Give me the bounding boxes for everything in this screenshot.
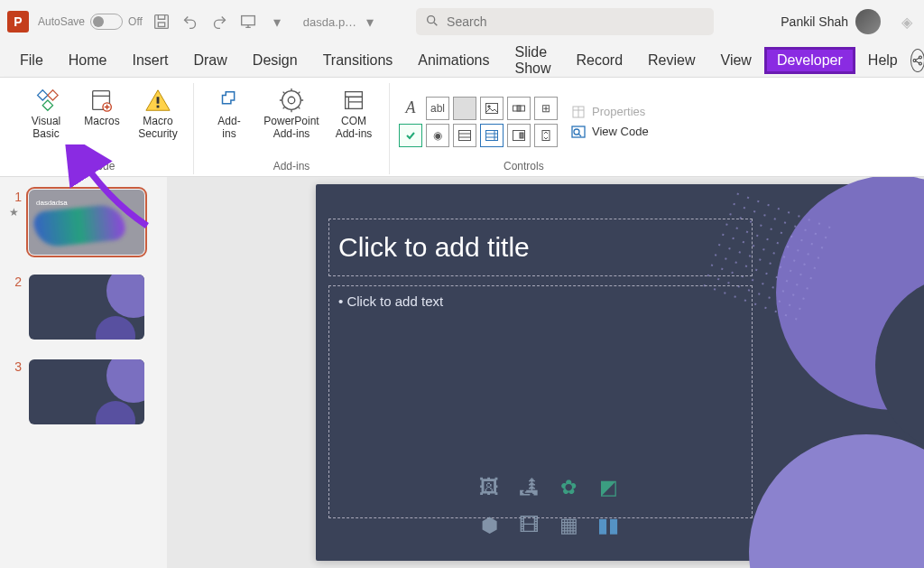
group-label-code: Code bbox=[89, 160, 116, 174]
slide-thumbnail-3[interactable] bbox=[29, 359, 144, 424]
insert-icon-icon[interactable]: ✿ bbox=[553, 476, 584, 507]
tab-view[interactable]: View bbox=[708, 47, 764, 74]
control-checkbox-icon[interactable]: ⊞ bbox=[534, 97, 558, 120]
redo-icon[interactable] bbox=[209, 12, 229, 32]
control-listbox-icon[interactable] bbox=[480, 124, 504, 147]
svg-rect-14 bbox=[486, 103, 498, 113]
workspace: 1 ★ dasdadsa 2 3 bbox=[0, 177, 924, 568]
macros-icon bbox=[88, 85, 116, 116]
slide-canvas-area[interactable]: Click to add title Click to add text 🖼︎ … bbox=[167, 177, 924, 568]
insert-video-icon[interactable]: 🎞︎ bbox=[513, 514, 544, 545]
title-placeholder[interactable]: Click to add title bbox=[328, 219, 753, 276]
macro-security-button[interactable]: Macro Security bbox=[132, 83, 184, 143]
tab-help[interactable]: Help bbox=[855, 47, 910, 74]
body-placeholder[interactable]: Click to add text 🖼︎ 🏞︎ ✿ ◩ ⬢ 🎞︎ ▦ ▮▮ bbox=[328, 285, 753, 518]
visual-basic-icon bbox=[32, 85, 60, 116]
powerpoint-app-icon: P bbox=[7, 11, 29, 33]
control-commandbutton-icon[interactable] bbox=[453, 97, 476, 120]
user-avatar bbox=[855, 9, 881, 34]
tab-design[interactable]: Design bbox=[240, 47, 310, 74]
control-combobox-icon[interactable] bbox=[453, 124, 476, 147]
powerpoint-addins-icon bbox=[278, 85, 305, 116]
properties-button[interactable]: Properties bbox=[570, 104, 649, 120]
group-label-addins: Add-ins bbox=[273, 160, 310, 174]
tab-insert[interactable]: Insert bbox=[119, 47, 180, 74]
document-name[interactable]: dasda.p… bbox=[303, 15, 356, 29]
view-code-button[interactable]: View Code bbox=[570, 124, 649, 140]
ribbon-developer: Visual Basic Macros Macro Security Code bbox=[0, 78, 924, 177]
com-addins-button[interactable]: COM Add-ins bbox=[328, 83, 380, 143]
tab-home[interactable]: Home bbox=[56, 47, 120, 74]
insert-smartart-icon[interactable]: ◩ bbox=[593, 476, 624, 507]
tab-transitions[interactable]: Transitions bbox=[310, 47, 406, 74]
control-textbox-icon[interactable]: abl bbox=[426, 97, 449, 120]
svg-point-15 bbox=[488, 105, 490, 107]
tab-review[interactable]: Review bbox=[635, 47, 707, 74]
macro-security-label: Macro Security bbox=[138, 116, 177, 141]
autosave-toggle[interactable] bbox=[90, 14, 123, 30]
share-button[interactable] bbox=[910, 49, 924, 72]
control-optionbutton-icon[interactable]: ◉ bbox=[426, 124, 449, 147]
control-image-icon[interactable] bbox=[480, 97, 504, 120]
insert-chart-icon[interactable]: ▮▮ bbox=[593, 514, 624, 545]
control-checkbox2-icon[interactable] bbox=[399, 124, 422, 147]
user-account[interactable]: Pankil Shah bbox=[781, 9, 881, 34]
svg-rect-17 bbox=[517, 106, 521, 111]
thumbnail-panel[interactable]: 1 ★ dasdadsa 2 3 bbox=[0, 177, 167, 568]
save-icon[interactable] bbox=[152, 12, 171, 32]
control-label-icon[interactable]: A bbox=[399, 97, 422, 120]
ribbon-group-controls: A abl ⊞ ◉ Properties bbox=[390, 83, 658, 174]
addins-icon bbox=[216, 85, 243, 116]
autosave-label: AutoSave bbox=[38, 15, 85, 28]
thumbnail-number: 1 bbox=[9, 190, 22, 204]
group-label-controls: Controls bbox=[504, 160, 544, 174]
com-addins-icon bbox=[340, 85, 367, 116]
tab-draw[interactable]: Draw bbox=[180, 47, 239, 74]
addins-button[interactable]: Add- ins bbox=[203, 83, 255, 143]
properties-icon bbox=[570, 104, 587, 120]
tab-animations[interactable]: Animations bbox=[405, 47, 502, 74]
svg-rect-2 bbox=[242, 16, 255, 25]
insert-3dmodel-icon[interactable]: ⬢ bbox=[474, 514, 504, 545]
svg-point-12 bbox=[288, 97, 295, 104]
svg-rect-19 bbox=[486, 130, 498, 140]
ribbon-group-code: Visual Basic Macros Macro Security Code bbox=[11, 83, 194, 174]
transition-indicator-icon: ★ bbox=[9, 206, 22, 219]
macros-button[interactable]: Macros bbox=[76, 83, 128, 130]
tab-developer[interactable]: Developer bbox=[764, 47, 855, 74]
premium-icon[interactable]: ◈ bbox=[897, 12, 917, 32]
slide-thumbnail-2[interactable] bbox=[29, 275, 144, 340]
control-scrollbar-icon[interactable] bbox=[507, 97, 531, 120]
powerpoint-addins-button[interactable]: PowerPoint Add-ins bbox=[259, 83, 324, 143]
present-from-beginning-icon[interactable] bbox=[238, 12, 258, 32]
visual-basic-button[interactable]: Visual Basic bbox=[20, 83, 72, 143]
search-icon bbox=[425, 14, 439, 31]
body-placeholder-text: Click to add text bbox=[338, 293, 743, 309]
insert-table-icon[interactable]: ▦ bbox=[553, 514, 584, 545]
search-box[interactable]: Search bbox=[416, 8, 714, 35]
undo-icon[interactable] bbox=[180, 12, 200, 32]
doc-dropdown-icon[interactable]: ▾ bbox=[360, 12, 380, 32]
svg-rect-13 bbox=[346, 92, 363, 109]
tab-record[interactable]: Record bbox=[563, 47, 635, 74]
user-name: Pankil Shah bbox=[781, 14, 848, 29]
svg-rect-10 bbox=[157, 106, 160, 108]
title-placeholder-text: Click to add title bbox=[338, 232, 530, 263]
control-togglebutton-icon[interactable] bbox=[507, 124, 531, 147]
slide[interactable]: Click to add title Click to add text 🖼︎ … bbox=[316, 184, 924, 561]
content-placeholder-icons: 🖼︎ 🏞︎ ✿ ◩ ⬢ 🎞︎ ▦ ▮▮ bbox=[474, 476, 624, 545]
qat-more-icon[interactable]: ▾ bbox=[267, 12, 287, 32]
ribbon-tabs: File Home Insert Draw Design Transitions… bbox=[0, 43, 924, 78]
title-bar: P AutoSave Off ▾ dasda.p… ▾ Search Panki… bbox=[0, 0, 924, 43]
search-placeholder: Search bbox=[447, 14, 486, 29]
tab-slide-show[interactable]: Slide Show bbox=[502, 39, 563, 82]
insert-stock-image-icon[interactable]: 🖼︎ bbox=[474, 476, 504, 507]
insert-picture-icon[interactable]: 🏞︎ bbox=[513, 476, 544, 507]
tab-file[interactable]: File bbox=[7, 47, 56, 74]
autosave-group: AutoSave Off bbox=[38, 14, 143, 30]
controls-gallery: A abl ⊞ ◉ bbox=[399, 97, 558, 147]
slide-thumbnail-1[interactable]: dasdadsa bbox=[29, 190, 144, 255]
control-spinbutton-icon[interactable] bbox=[534, 124, 558, 147]
view-code-icon bbox=[570, 124, 587, 140]
thumbnail-title: dasdadsa bbox=[36, 199, 68, 207]
